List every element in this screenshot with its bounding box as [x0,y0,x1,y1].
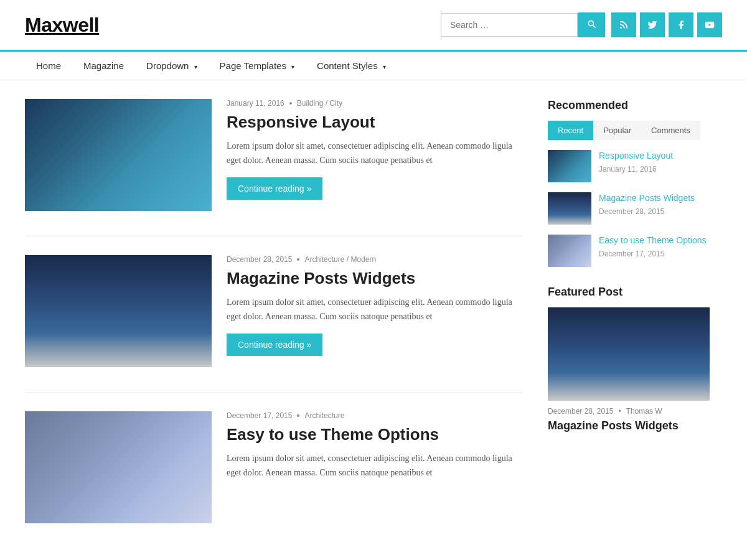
rec-title-1[interactable]: Responsive Layout [599,150,673,161]
post-category-1: Building / City [297,99,342,108]
featured-meta-dot: • [618,407,621,416]
rec-item-3: Easy to use Theme Options December 17, 2… [548,235,710,267]
content-wrapper: January 11, 2016 Building / City Respons… [0,80,747,560]
post-meta-dot-3 [297,414,299,417]
post-excerpt-1: Lorem ipsum dolor sit amet, consectetuer… [227,139,523,167]
post-card-2: December 28, 2015 Architecture / Modern … [25,236,523,367]
rec-image-2 [548,192,591,225]
main-nav: Home Magazine Dropdown ▾ Page Templates … [0,50,747,80]
rec-date-3: December 17, 2015 [599,250,664,258]
post-image-3 [25,411,212,523]
featured-img-bg [548,307,710,401]
rec-info-3: Easy to use Theme Options December 17, 2… [599,235,707,259]
tab-bar: Recent Popular Comments [548,121,710,140]
nav-link-magazine[interactable]: Magazine [72,52,135,80]
rec-info-1: Responsive Layout January 11, 2016 [599,150,673,174]
post-meta-dot-1 [289,102,292,105]
rec-info-2: Magazine Posts Widgets December 28, 2015 [599,192,695,217]
nav-link-dropdown[interactable]: Dropdown ▾ [135,52,209,80]
youtube-icon-link[interactable] [697,12,722,37]
post-category-3: Architecture [304,411,344,420]
recommended-section: Recommended Recent Popular Comments Resp… [548,99,710,267]
post-title-2: Magazine Posts Widgets [227,269,523,288]
post-card-3: December 17, 2015 Architecture Easy to u… [25,392,523,523]
rec-thumb-3 [548,235,591,267]
post-content-3: December 17, 2015 Architecture Easy to u… [227,411,523,490]
post-title-1: Responsive Layout [227,113,523,132]
tab-recent[interactable]: Recent [548,121,593,140]
nav-list: Home Magazine Dropdown ▾ Page Templates … [25,52,722,80]
continue-button-2[interactable]: Continue reading » [227,334,322,356]
nav-item-page-templates: Page Templates ▾ [209,52,306,80]
dropdown-arrow-icon: ▾ [194,63,197,70]
post-thumbnail-2 [25,255,212,367]
featured-date: December 28, 2015 [548,407,613,416]
post-category-2: Architecture / Modern [304,255,376,264]
nav-item-magazine: Magazine [72,52,135,80]
sidebar: Recommended Recent Popular Comments Resp… [548,99,710,548]
social-icons [611,12,722,37]
continue-button-1[interactable]: Continue reading » [227,177,322,200]
rec-date-2: December 28, 2015 [599,207,664,216]
tab-popular[interactable]: Popular [593,121,641,140]
post-meta-1: January 11, 2016 Building / City [227,99,523,108]
post-excerpt-2: Lorem ipsum dolor sit amet, consectetuer… [227,296,523,324]
rec-image-3 [548,235,591,267]
rec-date-1: January 11, 2016 [599,165,657,174]
site-title[interactable]: Maxwell [25,14,99,37]
rss-icon-link[interactable] [611,12,636,37]
rss-icon [619,20,629,30]
rec-title-2[interactable]: Magazine Posts Widgets [599,192,695,203]
featured-meta: December 28, 2015 • Thomas W [548,407,710,416]
nav-link-content-styles[interactable]: Content Styles ▾ [306,52,397,80]
facebook-icon [676,20,686,30]
post-excerpt-3: Lorem ipsum dolor sit amet, consectetuer… [227,452,523,480]
nav-link-home[interactable]: Home [25,50,72,80]
site-header: Maxwell [0,0,747,50]
post-title-3: Easy to use Theme Options [227,425,523,444]
featured-title: Featured Post [548,286,710,299]
post-date-3: December 17, 2015 [227,411,292,420]
post-card: January 11, 2016 Building / City Respons… [25,99,523,211]
post-meta-dot-2 [297,258,299,261]
nav-item-content-styles: Content Styles ▾ [306,52,397,80]
rec-thumb-1 [548,150,591,182]
search-button[interactable] [578,12,605,37]
rec-thumb-2 [548,192,591,225]
rec-item-1: Responsive Layout January 11, 2016 [548,150,710,182]
post-content-2: December 28, 2015 Architecture / Modern … [227,255,523,356]
post-meta-2: December 28, 2015 Architecture / Modern [227,255,523,264]
search-form [441,12,605,37]
rec-image-1 [548,150,591,182]
post-thumbnail-1 [25,99,212,211]
post-image-1 [25,99,212,211]
content-styles-arrow-icon: ▾ [383,63,386,70]
post-date-2: December 28, 2015 [227,255,292,264]
featured-author: Thomas W [626,407,662,416]
post-date-1: January 11, 2016 [227,99,284,108]
recommended-title: Recommended [548,99,710,112]
rec-item-2: Magazine Posts Widgets December 28, 2015 [548,192,710,225]
twitter-icon-link[interactable] [640,12,665,37]
youtube-icon [705,20,715,30]
main-content: January 11, 2016 Building / City Respons… [25,99,523,548]
twitter-icon [647,20,657,30]
nav-link-page-templates[interactable]: Page Templates ▾ [209,52,306,80]
nav-item-home: Home [25,52,72,80]
tab-comments[interactable]: Comments [641,121,700,140]
facebook-icon-link[interactable] [669,12,693,37]
featured-post-title: Magazine Posts Widgets [548,419,710,432]
page-templates-arrow-icon: ▾ [291,63,294,70]
post-thumbnail-3 [25,411,212,523]
post-meta-3: December 17, 2015 Architecture [227,411,523,420]
rec-title-3[interactable]: Easy to use Theme Options [599,235,707,246]
header-right [441,12,722,37]
post-content-1: January 11, 2016 Building / City Respons… [227,99,523,200]
post-image-2 [25,255,212,367]
search-icon [586,19,596,29]
featured-image [548,307,710,401]
search-input[interactable] [441,13,578,37]
featured-section: Featured Post December 28, 2015 • Thomas… [548,286,710,432]
svg-point-0 [620,27,622,29]
nav-item-dropdown: Dropdown ▾ [135,52,209,80]
